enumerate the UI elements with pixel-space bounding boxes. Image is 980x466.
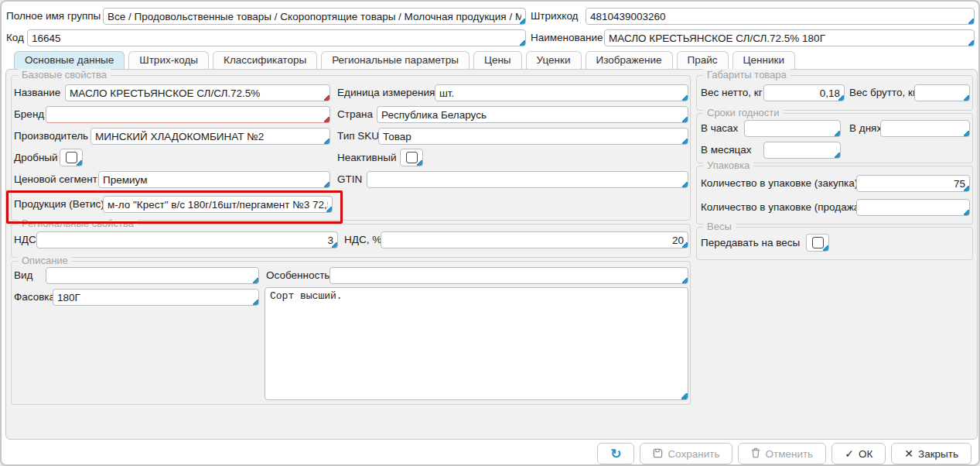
dimensions-title: Габариты товара	[703, 69, 790, 81]
send-to-scales-checkbox[interactable]	[806, 234, 829, 252]
description-textarea[interactable]: Сорт высший.	[265, 287, 688, 400]
footer-button-bar: ↻ Сохранить Отменить ✓ ОК ✕ Закрыть	[597, 443, 971, 464]
cancel-button-label: Отменить	[765, 448, 813, 460]
price-segment-label: Ценовой сегмент	[14, 171, 97, 188]
full-group-input[interactable]	[103, 8, 526, 25]
tab-bar: Основные данные Штрих-коды Классификатор…	[14, 51, 795, 69]
close-icon: ✕	[904, 448, 913, 459]
months-input[interactable]	[763, 142, 841, 159]
months-label: В месяцах	[701, 142, 752, 159]
name-label: Наименование	[531, 29, 603, 46]
barcode-label: Штрихкод	[531, 8, 579, 25]
check-icon: ✓	[845, 448, 854, 459]
tab-prices[interactable]: Цены	[473, 51, 522, 69]
regional-properties-title: Региональные свойства	[18, 218, 138, 230]
inactive-label: Неактивный	[337, 149, 396, 166]
save-button[interactable]: Сохранить	[640, 443, 732, 464]
full-group-label: Полное имя группы	[6, 8, 101, 25]
days-label: В днях	[849, 120, 882, 137]
vat-input[interactable]	[36, 231, 338, 248]
packaging-title: Упаковка	[703, 159, 753, 172]
tab-barcodes[interactable]: Штрих-коды	[128, 51, 209, 69]
vat-percent-input[interactable]	[381, 231, 688, 248]
packing-input[interactable]	[53, 289, 259, 306]
sku-type-label: Тип SKU	[337, 128, 379, 145]
basic-properties-title: Базовые свойства	[18, 69, 111, 81]
tab-price-tags[interactable]: Ценники	[732, 51, 795, 69]
tab-main-data[interactable]: Основные данные	[14, 51, 125, 69]
code-input[interactable]	[27, 29, 526, 46]
scales-title: Весы	[703, 221, 736, 233]
net-weight-input[interactable]	[763, 84, 845, 101]
pack-purchase-label: Количество в упаковке (закупка)	[701, 175, 858, 192]
pack-sale-label: Количество в упаковке (продажа)	[701, 199, 863, 216]
feature-label: Особенность	[266, 267, 330, 284]
vetis-label: Продукция (Ветис)	[14, 196, 104, 213]
gtin-input[interactable]	[367, 171, 688, 188]
fractional-label: Дробный	[14, 149, 58, 166]
checkbox-box	[406, 152, 418, 163]
feature-input[interactable]	[330, 267, 688, 284]
manufacturer-label: Производитель	[14, 128, 88, 145]
net-weight-label: Вес нетто, кг	[701, 84, 763, 101]
country-input[interactable]	[377, 106, 688, 123]
name-input[interactable]	[604, 29, 975, 46]
save-icon	[653, 448, 663, 460]
cancel-button[interactable]: Отменить	[738, 443, 826, 464]
country-label: Страна	[337, 106, 373, 123]
gross-weight-input[interactable]	[914, 84, 970, 101]
kind-input[interactable]	[46, 267, 259, 284]
tab-regional-params[interactable]: Региональные параметры	[321, 51, 470, 69]
hours-input[interactable]	[744, 120, 841, 137]
description-title: Описание	[18, 255, 72, 267]
trash-icon	[751, 447, 760, 460]
close-button-label: Закрыть	[918, 448, 958, 460]
tab-markdowns[interactable]: Уценки	[526, 51, 582, 69]
ok-button[interactable]: ✓ ОК	[831, 443, 886, 464]
packing-label: Фасовка	[14, 289, 55, 306]
tab-price-list[interactable]: Прайс	[677, 51, 729, 69]
sku-type-input[interactable]	[378, 128, 688, 145]
hours-label: В часах	[701, 120, 738, 137]
refresh-button[interactable]: ↻	[597, 443, 634, 464]
close-button[interactable]: ✕ Закрыть	[891, 443, 971, 464]
refresh-icon: ↻	[610, 447, 621, 461]
product-card-window: Полное имя группы Штрихкод Код Наименова…	[0, 0, 980, 466]
barcode-input[interactable]	[586, 8, 975, 25]
fractional-checkbox[interactable]	[60, 149, 83, 166]
gross-weight-label: Вес брутто, кг	[849, 84, 917, 101]
brand-label: Бренд	[14, 106, 44, 123]
send-to-scales-label: Передавать на весы	[701, 235, 800, 252]
unit-input[interactable]	[435, 84, 688, 101]
checkbox-box	[66, 152, 77, 163]
gtin-label: GTIN	[337, 171, 362, 188]
tab-classifiers[interactable]: Классификаторы	[213, 51, 317, 69]
ok-button-label: ОК	[859, 448, 872, 460]
brand-input[interactable]	[46, 106, 330, 123]
price-segment-input[interactable]	[98, 171, 330, 188]
vat-label: НДС	[14, 231, 36, 248]
vat-percent-label: НДС, %	[344, 231, 381, 248]
checkbox-box	[812, 237, 824, 248]
kind-label: Вид	[14, 267, 32, 284]
pack-purchase-input[interactable]	[856, 175, 970, 192]
vetis-input[interactable]	[103, 196, 333, 213]
days-input[interactable]	[880, 120, 970, 137]
product-name-input[interactable]	[65, 84, 330, 101]
tab-image[interactable]: Изображение	[586, 51, 673, 69]
manufacturer-input[interactable]	[90, 128, 330, 145]
product-name-label: Название	[14, 84, 60, 101]
code-label: Код	[6, 29, 24, 46]
shelf-life-title: Сроки годности	[703, 107, 784, 119]
unit-label: Единица измерения	[337, 84, 435, 101]
pack-sale-input[interactable]	[856, 199, 970, 216]
inactive-checkbox[interactable]	[400, 149, 423, 166]
save-button-label: Сохранить	[668, 448, 719, 460]
